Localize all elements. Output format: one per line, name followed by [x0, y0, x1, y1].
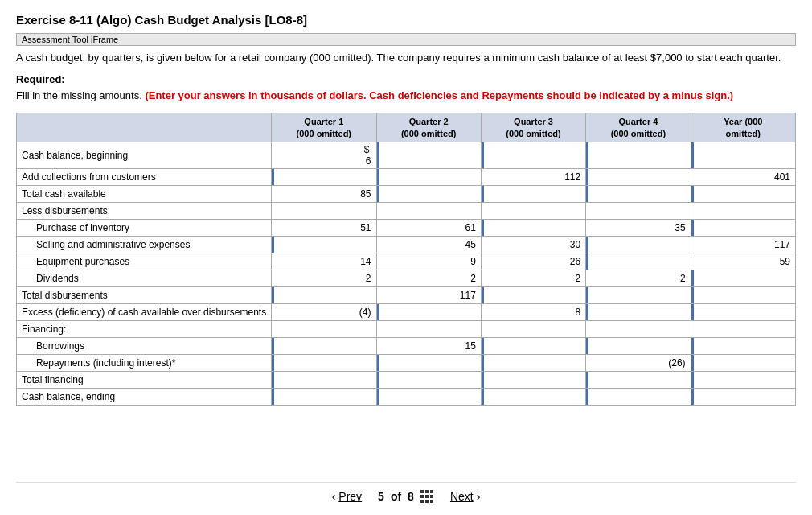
input-year[interactable] [696, 222, 790, 233]
cell-q3[interactable] [481, 337, 585, 354]
input-q1[interactable] [277, 171, 371, 183]
cell-q4[interactable] [586, 337, 691, 354]
input-year[interactable] [696, 273, 790, 284]
input-year[interactable] [696, 150, 790, 161]
input-q2[interactable] [382, 171, 476, 183]
input-indicator [482, 355, 486, 371]
input-q4[interactable] [591, 256, 685, 267]
cell-q3[interactable] [481, 219, 585, 236]
input-q4[interactable] [591, 290, 685, 301]
input-q3[interactable] [486, 150, 580, 161]
cell-q3[interactable] [481, 371, 585, 388]
cell-year[interactable] [691, 219, 795, 236]
input-q4[interactable] [591, 171, 685, 183]
input-q3[interactable] [486, 290, 580, 301]
cell-q2[interactable] [376, 371, 481, 388]
cell-year[interactable] [691, 142, 795, 168]
input-q1[interactable] [277, 374, 371, 385]
cell-year[interactable] [691, 337, 795, 354]
cell-year[interactable] [691, 185, 795, 202]
input-year[interactable] [696, 307, 790, 318]
input-q4[interactable] [591, 340, 685, 352]
cell-q1[interactable] [272, 371, 376, 388]
cell-q3[interactable] [481, 185, 585, 202]
cell-year[interactable] [691, 354, 795, 371]
cell-year[interactable] [691, 270, 795, 286]
cell-q4[interactable] [586, 142, 691, 168]
cell-q1[interactable] [272, 337, 376, 354]
cell-q3[interactable] [481, 354, 585, 371]
cell-q1[interactable] [272, 236, 376, 253]
input-q4[interactable] [591, 307, 685, 318]
cell-q2[interactable] [376, 142, 481, 168]
input-year[interactable] [696, 391, 790, 402]
cell-value: 117 [382, 290, 476, 301]
cell-q3[interactable] [481, 286, 585, 303]
row-label: Cash balance, ending [17, 388, 272, 405]
cell-q4[interactable] [586, 236, 691, 253]
cell-q3[interactable] [481, 388, 585, 405]
input-q1[interactable] [277, 239, 371, 250]
input-year[interactable] [696, 357, 790, 369]
input-indicator [377, 372, 382, 388]
input-q1[interactable] [277, 340, 371, 352]
table-row: Total disbursements117 [17, 286, 796, 303]
cell-q4[interactable] [586, 185, 691, 202]
input-q4[interactable] [591, 391, 685, 402]
input-q4[interactable] [591, 188, 685, 200]
cell-q4[interactable] [586, 168, 691, 185]
input-q4[interactable] [591, 374, 685, 385]
prev-button[interactable]: ‹ Prev [332, 490, 362, 503]
input-q2[interactable] [382, 374, 476, 385]
input-year[interactable] [696, 374, 790, 385]
col-header-q4: Quarter 4(000 omitted) [586, 113, 691, 142]
cell-year[interactable] [691, 371, 795, 388]
cell-q3[interactable] [481, 142, 585, 168]
cell-q2[interactable] [376, 303, 481, 320]
input-year[interactable] [696, 188, 790, 200]
input-q3[interactable] [486, 374, 580, 385]
cell-year[interactable] [691, 303, 795, 320]
cell-q1[interactable] [272, 168, 376, 185]
input-q3[interactable] [486, 357, 580, 369]
input-indicator [691, 355, 696, 371]
cell-q2[interactable] [376, 185, 481, 202]
input-q3[interactable] [486, 391, 580, 402]
input-q4[interactable] [591, 239, 685, 250]
cell-q4[interactable] [586, 253, 691, 270]
cell-year[interactable] [691, 388, 795, 405]
cell-q1[interactable] [272, 354, 376, 371]
input-q2[interactable] [382, 150, 476, 161]
next-button[interactable]: Next › [450, 490, 480, 503]
input-q1[interactable] [277, 357, 371, 369]
input-indicator [482, 389, 486, 405]
cell-q3: 26 [481, 253, 585, 270]
cell-year[interactable] [691, 286, 795, 303]
cell-q2[interactable] [376, 354, 481, 371]
grid-icon[interactable] [420, 489, 434, 504]
input-q3[interactable] [486, 222, 580, 233]
input-q2[interactable] [382, 307, 476, 318]
cell-q2[interactable] [376, 388, 481, 405]
cell-q4[interactable] [586, 286, 691, 303]
row-label: Less disbursements: [17, 202, 272, 219]
input-q2[interactable] [382, 357, 476, 369]
cell-q1[interactable] [272, 388, 376, 405]
input-year[interactable] [696, 340, 790, 352]
input-q1[interactable] [277, 290, 371, 301]
input-year[interactable] [696, 290, 790, 301]
input-q3[interactable] [486, 340, 580, 352]
cell-q2[interactable] [376, 168, 481, 185]
cell-q4[interactable] [586, 388, 691, 405]
cell-q4[interactable] [586, 371, 691, 388]
cell-q4[interactable] [586, 303, 691, 320]
input-q2[interactable] [382, 391, 476, 402]
input-q4[interactable] [591, 150, 685, 161]
input-indicator [377, 142, 382, 168]
input-q1[interactable] [277, 391, 371, 402]
assessment-badge: Assessment Tool iFrame [16, 33, 796, 46]
input-q2[interactable] [382, 188, 476, 200]
input-q3[interactable] [486, 188, 580, 200]
cell-q1[interactable] [272, 286, 376, 303]
cell-q3: 2 [481, 270, 585, 286]
